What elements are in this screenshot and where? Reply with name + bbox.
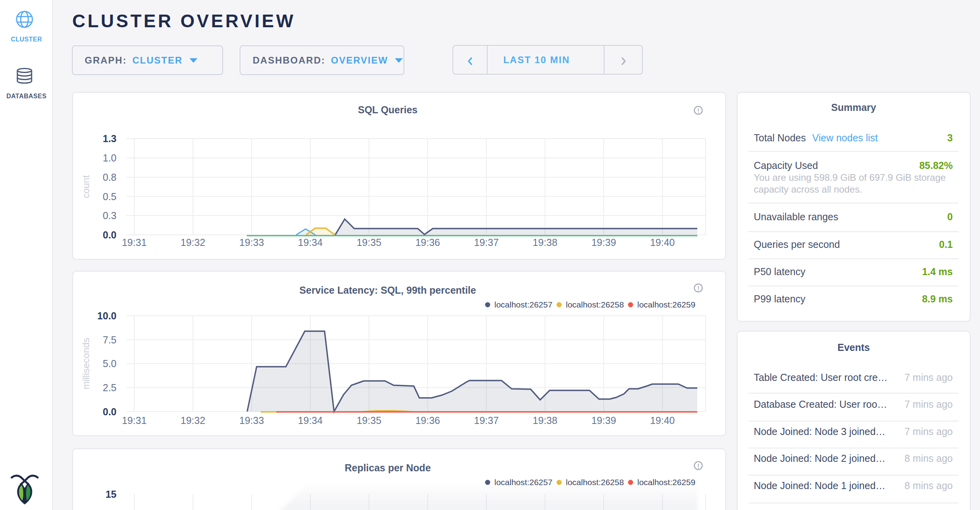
svg-text:Summary: Summary: [831, 102, 876, 113]
svg-text:19:40: 19:40: [650, 415, 675, 426]
svg-text:19:32: 19:32: [180, 237, 205, 248]
svg-text:0.3: 0.3: [103, 210, 116, 221]
svg-text:milliseconds: milliseconds: [81, 338, 91, 390]
svg-text:19:34: 19:34: [298, 237, 323, 248]
svg-text:Replicas per Node: Replicas per Node: [345, 462, 431, 473]
svg-text:19:39: 19:39: [591, 415, 616, 426]
svg-text:Unavailable ranges: Unavailable ranges: [754, 211, 838, 222]
svg-text:0.0: 0.0: [103, 406, 116, 417]
svg-text:localhost:26259: localhost:26259: [637, 300, 695, 309]
svg-text:19:36: 19:36: [415, 237, 440, 248]
svg-text:7 mins ago: 7 mins ago: [905, 426, 953, 437]
svg-text:19:36: 19:36: [415, 415, 440, 426]
svg-text:You are using 598.9 GiB of 697: You are using 598.9 GiB of 697.9 GiB sto…: [754, 172, 946, 183]
svg-text:count: count: [81, 175, 91, 198]
svg-text:19:31: 19:31: [122, 237, 147, 248]
svg-text:7 mins ago: 7 mins ago: [905, 372, 953, 383]
svg-text:Node Joined: Node 1 joined…: Node Joined: Node 1 joined…: [754, 480, 886, 491]
svg-text:Database Created: User roo…: Database Created: User roo…: [754, 399, 887, 410]
svg-text:19:38: 19:38: [533, 415, 558, 426]
svg-text:Node Joined: Node 3 joined…: Node Joined: Node 3 joined…: [754, 426, 886, 437]
svg-text:capacity across all nodes.: capacity across all nodes.: [754, 184, 862, 195]
svg-text:P99 latency: P99 latency: [754, 293, 805, 304]
svg-text:7.5: 7.5: [103, 334, 116, 345]
svg-text:0.5: 0.5: [103, 191, 116, 202]
svg-text:localhost:26259: localhost:26259: [637, 478, 695, 487]
svg-text:10: 10: [105, 508, 116, 510]
svg-text:19:34: 19:34: [298, 415, 323, 426]
svg-text:Total Nodes: Total Nodes: [754, 132, 806, 143]
svg-text:19:35: 19:35: [357, 237, 381, 248]
svg-text:2.5: 2.5: [103, 382, 116, 393]
svg-text:Node Joined: Node 2 joined…: Node Joined: Node 2 joined…: [754, 453, 886, 464]
svg-text:localhost:26258: localhost:26258: [566, 300, 624, 309]
svg-text:0.8: 0.8: [103, 172, 116, 183]
svg-text:View nodes list: View nodes list: [812, 132, 878, 143]
svg-text:19:33: 19:33: [239, 415, 264, 426]
svg-text:5.0: 5.0: [103, 358, 116, 369]
svg-text:localhost:26258: localhost:26258: [566, 478, 624, 487]
svg-text:19:37: 19:37: [474, 415, 499, 426]
svg-text:19:31: 19:31: [122, 415, 147, 426]
svg-text:19:35: 19:35: [357, 415, 381, 426]
svg-text:19:33: 19:33: [239, 237, 264, 248]
svg-text:19:40: 19:40: [650, 237, 675, 248]
svg-text:Events: Events: [837, 342, 870, 353]
svg-text:localhost:26257: localhost:26257: [494, 300, 552, 309]
svg-text:19:32: 19:32: [180, 415, 205, 426]
svg-text:1.4 ms: 1.4 ms: [922, 266, 953, 277]
svg-text:localhost:26257: localhost:26257: [494, 478, 552, 487]
svg-text:15: 15: [105, 489, 116, 500]
svg-text:0.1: 0.1: [939, 239, 953, 250]
svg-text:Capacity Used: Capacity Used: [754, 160, 818, 171]
svg-text:8 mins ago: 8 mins ago: [905, 480, 953, 491]
svg-text:8.9 ms: 8.9 ms: [922, 293, 953, 304]
svg-text:0.0: 0.0: [103, 229, 116, 240]
svg-text:7 mins ago: 7 mins ago: [905, 399, 953, 410]
svg-text:Queries per second: Queries per second: [754, 239, 840, 250]
svg-text:1.3: 1.3: [103, 133, 116, 144]
svg-text:19:37: 19:37: [474, 237, 499, 248]
svg-text:Table Created: User root cre…: Table Created: User root cre…: [754, 372, 888, 383]
svg-text:10.0: 10.0: [97, 310, 116, 321]
svg-text:!: !: [697, 107, 699, 115]
svg-text:!: !: [697, 285, 699, 292]
svg-text:19:38: 19:38: [533, 237, 558, 248]
svg-text:P50 latency: P50 latency: [754, 266, 805, 277]
svg-text:1.0: 1.0: [103, 152, 116, 163]
svg-text:SQL Queries: SQL Queries: [358, 104, 418, 115]
svg-text:19:39: 19:39: [591, 237, 616, 248]
svg-text:Service Latency: SQL, 99th per: Service Latency: SQL, 99th percentile: [299, 285, 476, 296]
svg-text:85.82%: 85.82%: [919, 160, 953, 171]
svg-text:3: 3: [947, 132, 953, 143]
svg-text:!: !: [697, 463, 699, 470]
svg-text:8 mins ago: 8 mins ago: [905, 453, 953, 464]
svg-text:0: 0: [947, 211, 953, 222]
